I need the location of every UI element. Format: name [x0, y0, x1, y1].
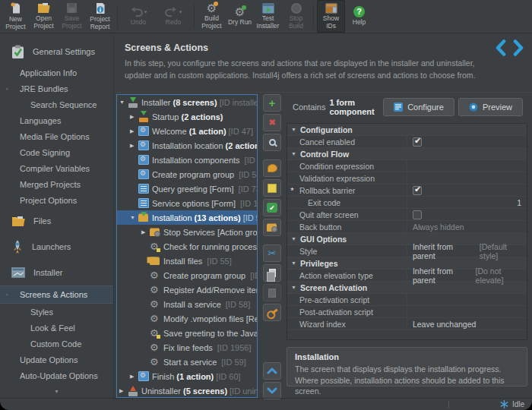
collapse-icon[interactable]: ▼ [291, 127, 296, 132]
comment-button[interactable] [263, 159, 281, 177]
sidebar-item-screens-and-actions[interactable]: ▸Screens & Actions [0, 285, 113, 304]
test-installer-button[interactable]: Test Installer [254, 0, 282, 33]
checkbox-unchecked[interactable] [413, 210, 422, 219]
build-project-button[interactable]: ⚙ Build Project [198, 0, 226, 33]
tree-row[interactable]: ▶Welcome(1 action)[ID 47] [117, 124, 257, 138]
tree-row[interactable]: Query greeting [Form][ID 73] [117, 181, 257, 196]
collapse-icon[interactable]: ▼ [291, 285, 296, 290]
collapse-icon[interactable]: ▼ [130, 215, 138, 220]
find-button[interactable] [263, 134, 281, 151]
tree-row[interactable]: ▶Installation location(2 actions)[I... [117, 138, 257, 153]
tree-row[interactable]: ▶Finish(1 action)[ID 60] [117, 369, 257, 383]
tree-row[interactable]: ▶Uninstaller(5 screens)[ID uninstaller] [117, 383, 257, 398]
project-report-button[interactable]: Project Report [86, 0, 114, 33]
expand-icon[interactable]: ▶ [130, 114, 138, 120]
preview-button[interactable]: Preview [458, 98, 523, 116]
sidebar-item-look-and-feel[interactable]: Look & Feel [0, 320, 113, 336]
sidebar-item-code-signing[interactable]: Code Signing [0, 144, 113, 160]
tree-row[interactable]: Check for running processes[I... [117, 239, 257, 254]
tree-row[interactable]: Fix line feeds[ID 1956] [117, 340, 257, 355]
sidebar-item-merged-projects[interactable]: Merged Projects [0, 176, 113, 192]
sidebar-item-application-info[interactable]: Application Info [0, 65, 113, 80]
checkbox-checked[interactable] [413, 137, 422, 147]
tree-row[interactable]: ▶Startup(2 actions) [117, 109, 257, 124]
expander-icon[interactable]: ▸ [6, 292, 9, 298]
tree-row[interactable]: Installation components[ID 49] [117, 153, 257, 167]
sidebar-item-update-options[interactable]: Update Options [0, 352, 113, 367]
property-row[interactable]: Validation expression [287, 172, 527, 184]
property-row[interactable]: StyleInherit from parent[Default style] [287, 245, 527, 257]
sidebar-item-installer[interactable]: Installer [0, 260, 113, 285]
sidebar-item-project-options[interactable]: Project Options [0, 192, 113, 208]
paste-button[interactable] [263, 284, 281, 301]
sidebar-item-files[interactable]: Files [0, 208, 113, 234]
sidebar-scroll-more-icon[interactable]: ▾ [0, 388, 113, 395]
redo-dropdown-icon[interactable]: ▾ [179, 9, 182, 15]
exit-code-value[interactable]: 1 [413, 198, 527, 207]
sidebar-item-jre-bundles[interactable]: ▸JRE Bundles [0, 80, 113, 96]
property-row[interactable]: Action elevation typeInherit from parent… [287, 270, 527, 282]
property-row[interactable]: Wizard indexLeave unchanged [287, 318, 527, 330]
action-group-button[interactable] [263, 219, 281, 236]
property-row[interactable]: Cancel enabled [287, 136, 527, 148]
tree-row[interactable]: Service options [Form][ID 1565] [117, 196, 257, 210]
open-project-button[interactable]: Open Project [30, 0, 58, 33]
dry-run-button[interactable]: ⚙ Dry Run [226, 0, 254, 33]
remove-button[interactable]: ✖ [263, 114, 281, 131]
tree-row[interactable]: ▼Installer(8 screens)[ID installer] [117, 95, 257, 109]
sidebar-item-media-file-options[interactable]: Media File Options [0, 128, 113, 144]
sidebar-item-languages[interactable]: Languages [0, 112, 113, 128]
sidebar-item-custom-code[interactable]: Custom Code [0, 336, 113, 352]
tree-row-selected[interactable]: ▼Installation(13 actions)[ID 53] [117, 210, 257, 225]
stop-build-button[interactable]: Stop Build [282, 0, 310, 33]
tree-row[interactable]: Create program group[ID 50] [117, 167, 257, 181]
new-project-button[interactable]: New Project [2, 0, 30, 33]
undo-button[interactable]: ▾ Undo [121, 0, 156, 33]
sidebar-item-search-sequence[interactable]: Search Sequence [0, 96, 113, 112]
undo-dropdown-icon[interactable]: ▾ [144, 9, 147, 15]
show-ids-button[interactable]: Show IDs [317, 0, 345, 33]
collapse-icon[interactable]: ▼ [291, 260, 296, 266]
note-button[interactable] [263, 179, 281, 197]
section-configuration[interactable]: ▼Configuration [287, 124, 527, 136]
property-row[interactable]: Post-activation script [287, 306, 527, 318]
validate-button[interactable]: ✔ [263, 199, 281, 216]
tree-row[interactable]: Save greeting to the Java prefe... [117, 326, 257, 340]
tree-row[interactable]: ▶Stop Services [Action group](... [117, 225, 257, 239]
move-up-button[interactable] [263, 362, 281, 380]
tree-row[interactable]: Start a service[ID 59] [117, 355, 257, 369]
property-row[interactable]: Exit code1 [287, 197, 527, 209]
redo-button[interactable]: ▾ Redo [156, 0, 191, 33]
property-row[interactable]: Quit after screen [287, 209, 527, 221]
property-row[interactable]: Pre-activation script [287, 294, 527, 306]
collapse-icon[interactable]: ▼ [291, 236, 296, 241]
expand-icon[interactable]: ▶ [130, 128, 138, 134]
sidebar-item-compiler-variables[interactable]: Compiler Variables [0, 160, 113, 176]
add-button[interactable]: + [263, 94, 281, 112]
collapse-icon[interactable]: ▼ [119, 99, 128, 105]
section-control-flow[interactable]: ▼Control Flow [287, 148, 527, 160]
move-down-button[interactable] [263, 382, 281, 399]
next-step-icon[interactable] [512, 39, 524, 56]
help-button[interactable]: ? Help [345, 0, 373, 33]
link-button[interactable] [263, 304, 281, 321]
previous-step-icon[interactable] [495, 39, 507, 56]
save-project-button[interactable]: Save Project [58, 0, 86, 33]
tree-row[interactable]: Install files[ID 55] [117, 254, 257, 268]
expand-icon[interactable]: ▶ [141, 229, 150, 235]
expander-icon[interactable]: ▸ [6, 86, 9, 92]
checkbox-checked[interactable] [413, 186, 422, 195]
configure-button[interactable]: Configure [383, 98, 454, 116]
expand-icon[interactable]: ▶ [130, 143, 138, 149]
tree-row[interactable]: Create program group[ID 56] [117, 268, 257, 282]
tree-row[interactable]: Modify .vmoption files [Replac... [117, 311, 257, 326]
expand-icon[interactable]: ▶ [119, 388, 128, 394]
property-row[interactable]: *Rollback barrier [287, 184, 527, 197]
cut-button[interactable]: ✂ [263, 244, 281, 262]
sidebar-item-styles[interactable]: Styles [0, 304, 113, 320]
tree-row[interactable]: Register Add/Remove item[ID... [117, 282, 257, 297]
copy-button[interactable] [263, 264, 281, 282]
collapse-icon[interactable]: ▼ [291, 151, 296, 156]
property-row[interactable]: Back buttonAlways hidden [287, 221, 527, 233]
sidebar-item-auto-update-options[interactable]: Auto-Update Options [0, 367, 113, 383]
